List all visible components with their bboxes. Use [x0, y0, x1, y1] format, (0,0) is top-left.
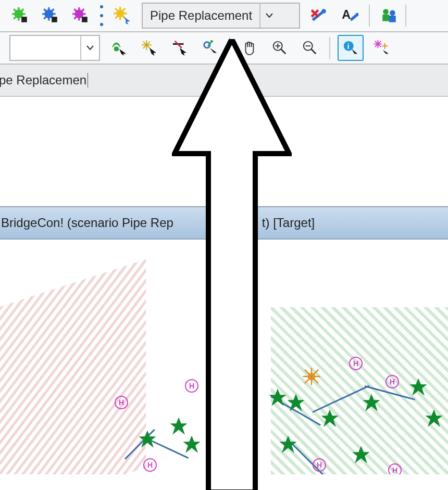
tree-node[interactable] [427, 411, 441, 425]
scenario-combo[interactable]: Pipe Replacement [142, 3, 300, 29]
svg-point-30 [390, 10, 395, 16]
chevron-down-icon[interactable] [259, 4, 278, 28]
toolbar-separator-icon [369, 5, 370, 27]
sun-node[interactable] [305, 370, 318, 383]
no-cursor-button[interactable] [168, 36, 192, 60]
text-caret-icon [88, 73, 88, 87]
people-icon [380, 7, 398, 24]
tree-node[interactable] [289, 396, 303, 409]
text-annotate-button[interactable]: A [338, 4, 362, 28]
workspace-blank-area [0, 97, 448, 206]
toolbar-row-1: Pipe Replacement A [0, 0, 448, 32]
hydrant-node[interactable]: H [385, 375, 399, 388]
toolbar-row-2: i [0, 32, 448, 65]
people-button[interactable] [377, 4, 401, 28]
tree-node[interactable] [141, 432, 154, 446]
sparkle-cursor-button[interactable] [370, 36, 394, 60]
hydrant-node[interactable]: H [313, 458, 326, 472]
map-canvas[interactable]: H H H H H H H [0, 240, 448, 474]
model-window-titlebar[interactable]: BridgeCon! (scenario Pipe Rep t) [Target… [0, 206, 448, 240]
svg-marker-64 [287, 394, 304, 411]
svg-marker-65 [321, 409, 338, 426]
svg-point-23 [321, 9, 326, 14]
svg-point-32 [114, 46, 119, 51]
svg-marker-66 [363, 394, 380, 411]
svg-marker-60 [170, 417, 187, 434]
gear-magenta-button[interactable] [69, 4, 93, 28]
toolbar-separator-icon [405, 5, 406, 27]
hydrant-node[interactable]: H [115, 396, 128, 409]
svg-marker-63 [269, 388, 286, 406]
chevron-down-icon[interactable] [80, 36, 99, 60]
svg-marker-70 [352, 446, 369, 463]
svg-line-41 [281, 49, 285, 54]
hydrant-node[interactable]: H [185, 379, 198, 393]
tree-node[interactable] [354, 448, 368, 461]
tree-node[interactable] [365, 396, 378, 409]
svg-rect-11 [52, 17, 57, 22]
tree-node[interactable] [412, 380, 425, 394]
zone-pink-hatch [0, 259, 146, 474]
hydrant-node[interactable]: H [388, 463, 402, 474]
scenario-name-bar: pe Replacemen [0, 65, 448, 97]
svg-marker-62 [139, 430, 156, 447]
spark-cursor-button[interactable] [138, 36, 161, 60]
pipe-delete-icon [310, 7, 328, 24]
model-window-title-prefix: BridgeCon! (scenario Pipe Rep [1, 216, 173, 230]
secondary-combo[interactable] [9, 35, 100, 61]
zoom-in-icon [272, 40, 288, 56]
pipe-delete-button[interactable] [307, 4, 331, 28]
svg-marker-61 [183, 435, 200, 453]
sparkle-cursor-icon [374, 40, 390, 56]
zoom-out-button[interactable] [298, 36, 322, 60]
hydrant-node[interactable]: H [143, 458, 157, 472]
zoom-in-button[interactable] [268, 36, 292, 60]
svg-line-45 [312, 49, 316, 54]
tree-node[interactable] [271, 391, 284, 404]
text-annotate-icon: A [341, 7, 358, 24]
zoom-out-icon [302, 40, 318, 56]
sun-cursor-button[interactable] [110, 4, 134, 28]
model-window-title-suffix: t) [Target] [262, 216, 315, 230]
gear-blue-icon [42, 7, 59, 24]
sun-cursor-icon [114, 7, 131, 24]
svg-rect-17 [82, 17, 88, 22]
tree-node[interactable] [172, 419, 185, 433]
tree-node[interactable] [323, 411, 337, 425]
toolbar-separator-icon [99, 5, 104, 26]
toolbar-separator-icon [229, 37, 230, 59]
gear-green-icon [11, 7, 29, 24]
snap-cursor-button[interactable] [198, 36, 222, 60]
svg-rect-5 [21, 17, 27, 22]
toolbar-separator-icon [329, 37, 330, 59]
hand-icon [242, 40, 257, 56]
svg-marker-69 [279, 435, 296, 453]
scenario-name-text: pe Replacemen [0, 73, 86, 87]
gear-magenta-icon [72, 7, 90, 24]
tree-node[interactable] [185, 437, 198, 451]
svg-rect-29 [382, 15, 389, 21]
scenario-combo-value: Pipe Replacement [143, 8, 259, 23]
svg-rect-31 [389, 16, 396, 22]
gear-blue-button[interactable] [39, 4, 63, 28]
snap-cursor-icon [202, 40, 218, 56]
signal-cursor-button[interactable] [107, 36, 131, 60]
spark-cursor-icon [142, 40, 157, 56]
info-icon: i [343, 40, 358, 56]
svg-point-28 [383, 9, 389, 15]
signal-cursor-icon [111, 40, 127, 56]
info-button[interactable]: i [338, 35, 364, 61]
svg-marker-67 [409, 378, 427, 395]
no-cursor-icon [172, 40, 188, 56]
hand-button[interactable] [238, 36, 262, 60]
svg-text:i: i [347, 42, 349, 51]
tree-node[interactable] [281, 437, 295, 451]
hydrant-node[interactable]: H [349, 357, 363, 370]
svg-text:A: A [342, 8, 351, 21]
gear-green-button[interactable] [8, 4, 32, 28]
svg-marker-68 [425, 409, 442, 426]
